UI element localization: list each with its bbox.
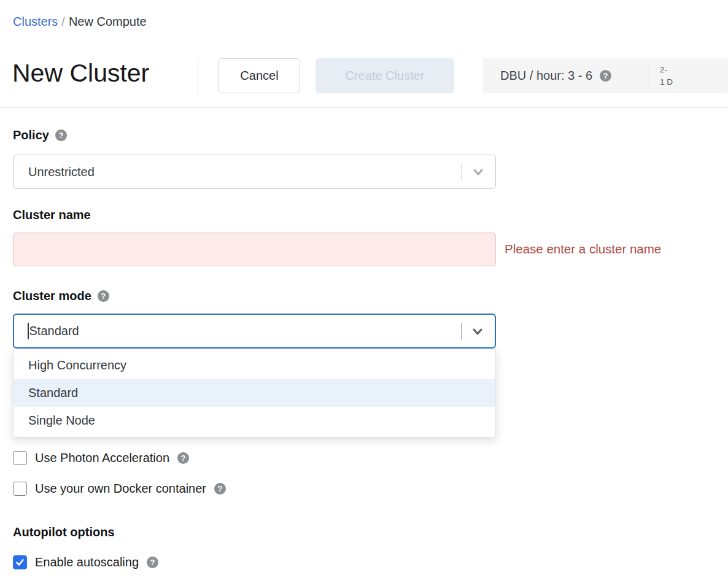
text-caret xyxy=(28,323,29,339)
menu-item-standard[interactable]: Standard xyxy=(14,379,495,407)
cluster-name-error: Please enter a cluster name xyxy=(505,242,661,256)
enable-autoscaling-row: Enable autoscaling ? xyxy=(13,555,158,569)
cluster-name-label-row: Cluster name xyxy=(13,208,91,222)
worker-summary-line: 2- xyxy=(660,65,667,74)
cluster-mode-help-icon[interactable]: ? xyxy=(98,290,109,302)
driver-summary-line: 1 D xyxy=(660,77,673,87)
dbu-per-hour-text: DBU / hour: 3 - 6 xyxy=(500,69,592,83)
policy-select[interactable]: Unrestricted xyxy=(13,155,496,189)
cluster-name-input[interactable] xyxy=(13,233,496,266)
page-title: New Cluster xyxy=(12,59,149,88)
worker-driver-summary: 2- 1 D xyxy=(660,64,673,88)
photon-acceleration-checkbox[interactable] xyxy=(13,451,27,465)
header-divider xyxy=(0,107,728,108)
policy-help-icon[interactable]: ? xyxy=(55,129,67,141)
enable-autoscaling-label: Enable autoscaling xyxy=(35,555,139,569)
photon-acceleration-label: Use Photon Acceleration xyxy=(35,451,169,465)
cluster-mode-select[interactable]: Standard xyxy=(13,314,496,349)
enable-autoscaling-checkbox[interactable] xyxy=(13,555,27,569)
autoscaling-help-icon[interactable]: ? xyxy=(147,557,158,568)
menu-item-high-concurrency[interactable]: High Concurrency xyxy=(14,352,495,379)
cluster-mode-dropdown-menu: High Concurrency Standard Single Node xyxy=(13,349,496,437)
chevron-down-icon xyxy=(470,324,485,339)
cluster-mode-label-row: Cluster mode ? xyxy=(13,289,109,303)
create-cluster-button: Create Cluster xyxy=(316,58,454,93)
chevron-down-icon xyxy=(471,164,486,179)
policy-label-row: Policy ? xyxy=(13,128,67,142)
cancel-button[interactable]: Cancel xyxy=(219,58,300,93)
policy-select-value: Unrestricted xyxy=(28,165,95,179)
cluster-mode-select-value: Standard xyxy=(29,324,79,338)
docker-container-label: Use your own Docker container xyxy=(35,482,206,496)
breadcrumb-current: New Compute xyxy=(69,15,147,28)
policy-select-divider xyxy=(462,163,462,180)
cluster-name-label: Cluster name xyxy=(13,208,91,222)
breadcrumb: Clusters/New Compute xyxy=(13,15,147,29)
menu-item-single-node[interactable]: Single Node xyxy=(14,407,495,434)
dbu-vertical-divider xyxy=(649,64,650,88)
docker-container-row: Use your own Docker container ? xyxy=(13,482,226,496)
new-cluster-page: Clusters/New Compute New Cluster Cancel … xyxy=(0,0,728,578)
checkmark-icon xyxy=(15,557,25,568)
docker-container-checkbox[interactable] xyxy=(13,482,27,496)
header-vertical-divider xyxy=(198,59,198,94)
dbu-info-box: DBU / hour: 3 - 6 ? 2- 1 D xyxy=(483,58,728,93)
cluster-mode-label: Cluster mode xyxy=(13,289,91,303)
photon-help-icon[interactable]: ? xyxy=(177,452,189,464)
breadcrumb-separator: / xyxy=(58,15,69,28)
breadcrumb-clusters-link[interactable]: Clusters xyxy=(13,15,58,28)
docker-help-icon[interactable]: ? xyxy=(214,483,226,495)
photon-acceleration-row: Use Photon Acceleration ? xyxy=(13,451,189,465)
dbu-help-icon[interactable]: ? xyxy=(600,70,611,82)
policy-label: Policy xyxy=(13,128,49,142)
autopilot-options-heading: Autopilot options xyxy=(13,525,115,539)
cluster-mode-select-divider xyxy=(461,323,462,340)
